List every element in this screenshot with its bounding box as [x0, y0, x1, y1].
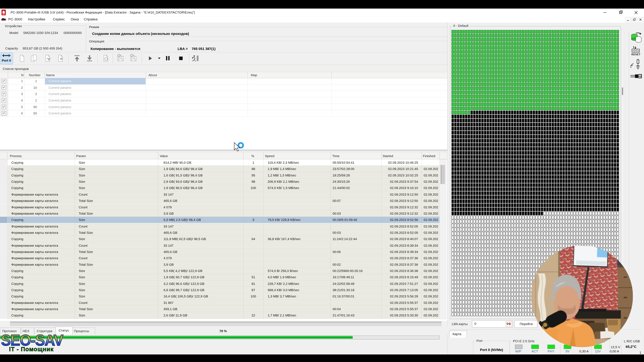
svg-text:0: 0: [632, 50, 634, 52]
svg-text:RESET: RESET: [632, 53, 640, 56]
svg-text:0: 0: [638, 50, 639, 52]
svg-text:0: 0: [635, 50, 636, 52]
svg-text:1: 1: [633, 46, 634, 49]
